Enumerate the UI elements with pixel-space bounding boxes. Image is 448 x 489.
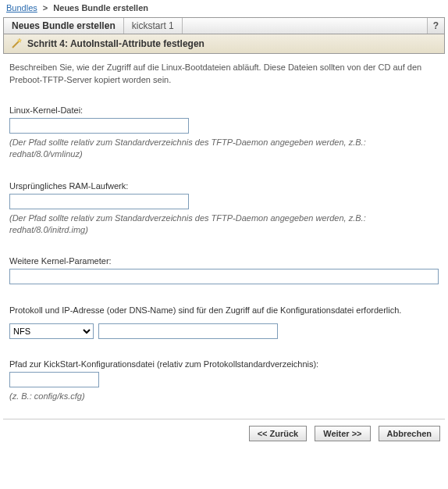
field-protocol: Protokoll und IP-Adresse (oder DNS-Name)…: [9, 305, 439, 339]
kernelparams-label: Weitere Kernel-Parameter:: [9, 256, 439, 266]
title-bar: Neues Bundle erstellen kickstart 1 ?: [3, 17, 445, 34]
ramdisk-label: Ursprüngliches RAM-Laufwerk:: [9, 181, 439, 191]
ramdisk-input[interactable]: [9, 194, 189, 209]
kernel-input[interactable]: [9, 118, 189, 134]
kernel-label: Linux-Kernel-Datei:: [9, 105, 439, 115]
breadcrumb-separator: >: [43, 3, 48, 12]
breadcrumb: Bundles > Neues Bundle erstellen: [0, 0, 448, 16]
cancel-button[interactable]: Abbrechen: [379, 426, 440, 441]
kspath-input[interactable]: [9, 372, 99, 387]
description-text: Beschreiben Sie, wie der Zugriff auf die…: [9, 62, 439, 87]
kspath-label: Pfad zur KickStart-Konfigurationsdatei (…: [9, 359, 439, 369]
field-kspath: Pfad zur KickStart-Konfigurationsdatei (…: [9, 359, 439, 402]
ramdisk-hint: (Der Pfad sollte relativ zum Standardver…: [9, 212, 439, 237]
protocol-text: Protokoll und IP-Adresse (oder DNS-Name)…: [9, 305, 439, 317]
kspath-hint: (z. B.: config/ks.cfg): [9, 391, 439, 402]
step-bar: Schritt 4: AutoInstall-Attribute festleg…: [3, 34, 445, 54]
field-kernel: Linux-Kernel-Datei: (Der Pfad sollte rel…: [9, 105, 439, 161]
protocol-address-input[interactable]: [98, 323, 278, 339]
button-row: << Zurück Weiter >> Abbrechen: [3, 419, 445, 448]
content-area: Beschreiben Sie, wie der Zugriff auf die…: [0, 54, 448, 416]
breadcrumb-link-bundles[interactable]: Bundles: [6, 3, 37, 12]
step-label: Schritt 4: AutoInstall-Attribute festleg…: [27, 38, 204, 49]
protocol-select[interactable]: NFS: [9, 323, 94, 339]
back-button[interactable]: << Zurück: [249, 426, 308, 441]
svg-line-0: [12, 41, 19, 48]
field-ramdisk: Ursprüngliches RAM-Laufwerk: (Der Pfad s…: [9, 181, 439, 237]
field-kernelparams: Weitere Kernel-Parameter:: [9, 256, 439, 284]
title-main: Neues Bundle erstellen: [4, 18, 124, 34]
kernel-hint: (Der Pfad sollte relativ zum Standardver…: [9, 137, 439, 161]
help-button[interactable]: ?: [427, 18, 444, 34]
title-subtitle: kickstart 1: [124, 18, 183, 34]
wand-icon: [10, 37, 23, 50]
kernelparams-input[interactable]: [9, 269, 439, 284]
breadcrumb-current: Neues Bundle erstellen: [53, 3, 148, 12]
next-button[interactable]: Weiter >>: [315, 426, 370, 441]
